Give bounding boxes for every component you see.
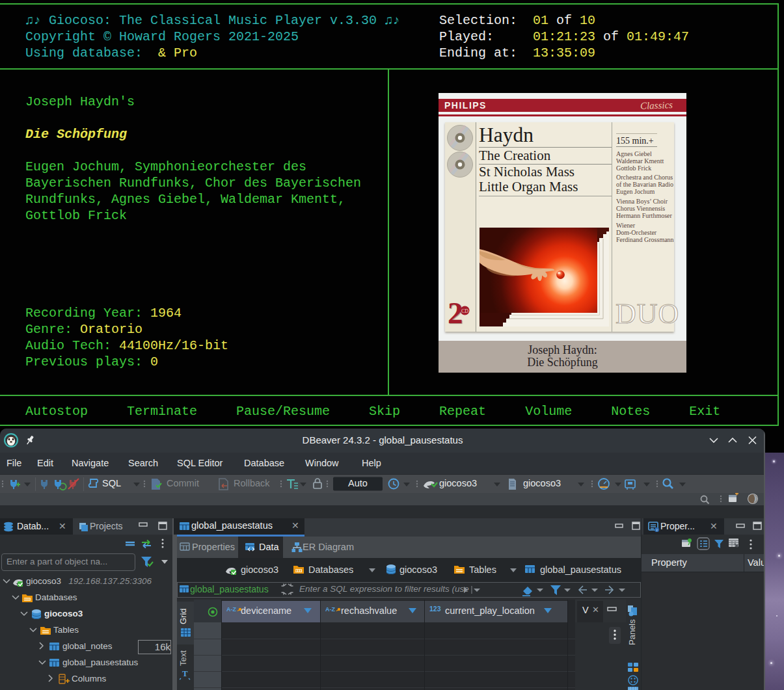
svg-text:T: T bbox=[182, 669, 188, 678]
svg-text:CD: CD bbox=[461, 308, 468, 314]
